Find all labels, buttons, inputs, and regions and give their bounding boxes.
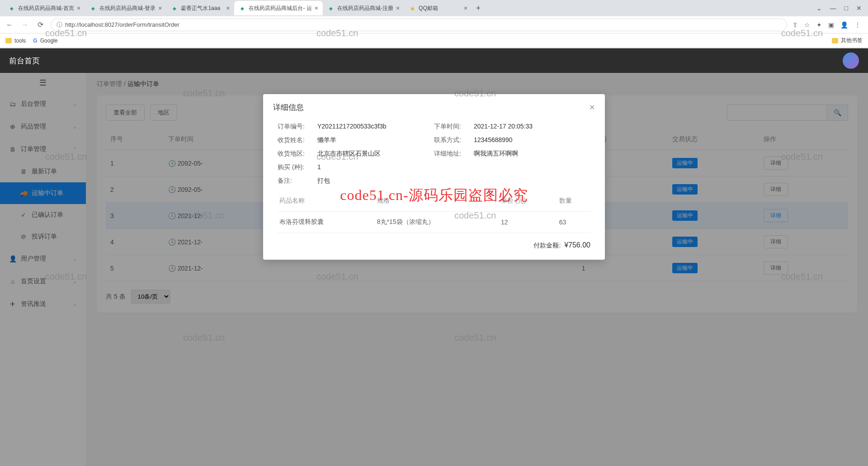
menu-icon[interactable]: ⋮ xyxy=(854,21,861,29)
browser-tab[interactable]: ◆在线药店药品商城-首页× xyxy=(4,1,85,15)
google-icon: G xyxy=(33,38,37,44)
folder-icon xyxy=(5,38,12,43)
info-icon: ⓘ xyxy=(57,21,62,29)
tab-strip: ◆在线药店药品商城-首页× ◆在线药店药品商城-登录× ◆藿香正气水1aaa× … xyxy=(0,0,868,16)
minimize-icon[interactable]: — xyxy=(830,5,836,12)
extensions-icon[interactable]: ✦ xyxy=(816,21,822,29)
close-icon[interactable]: × xyxy=(77,5,80,12)
close-icon[interactable]: × xyxy=(396,5,400,12)
detail-modal: 详细信息 ✕ 订单编号:Y20211217200533c3f3b 下单时间:20… xyxy=(263,94,605,260)
url-text: http://localhost:8027/orderForm/transitO… xyxy=(65,21,179,28)
remark: 打包 xyxy=(317,177,330,185)
new-tab-button[interactable]: + xyxy=(472,4,485,13)
page-title[interactable]: 前台首页 xyxy=(9,56,40,66)
total-label: 付款金额: xyxy=(533,242,561,249)
forward-button[interactable]: → xyxy=(20,21,30,29)
recipient-name: 懒羊羊 xyxy=(317,136,336,144)
close-icon[interactable]: ✕ xyxy=(589,103,595,112)
share-icon[interactable]: ⇪ xyxy=(793,21,798,29)
app-header: 前台首页 xyxy=(0,48,868,73)
star-icon[interactable]: ☆ xyxy=(804,21,810,29)
item-row: 布洛芬缓释胶囊8丸*15袋（浓缩丸）1263 xyxy=(278,212,590,233)
profile-icon[interactable]: 👤 xyxy=(840,21,848,29)
bookmark-other[interactable]: 其他书签 xyxy=(832,37,863,44)
maximize-icon[interactable]: □ xyxy=(844,5,848,12)
browser-tab[interactable]: ◆藿香正气水1aaa× xyxy=(166,1,234,15)
buy-count: 1 xyxy=(317,163,321,171)
dropdown-icon[interactable]: ⌄ xyxy=(816,5,822,12)
folder-icon xyxy=(832,38,838,43)
modal-title: 详细信息 xyxy=(273,102,304,113)
order-number: Y20211217200533c3f3b xyxy=(317,123,387,131)
browser-tab[interactable]: ◉QQ邮箱× xyxy=(404,1,472,15)
close-window-icon[interactable]: ✕ xyxy=(856,5,862,12)
back-button[interactable]: ← xyxy=(5,21,14,29)
detail-address: 啊我滴五环啊啊 xyxy=(474,150,518,158)
side-panel-icon[interactable]: ▣ xyxy=(828,21,834,29)
bookmark-google[interactable]: GGoogle xyxy=(33,38,57,44)
reload-button[interactable]: ⟳ xyxy=(35,20,45,29)
address-bar[interactable]: ⓘ http://localhost:8027/orderForm/transi… xyxy=(51,19,787,31)
bookmark-tools[interactable]: tools xyxy=(5,38,26,44)
browser-tab[interactable]: ◆在线药店药品商城-登录× xyxy=(85,1,166,15)
close-icon[interactable]: × xyxy=(158,5,162,12)
close-icon[interactable]: × xyxy=(315,5,318,12)
avatar[interactable] xyxy=(843,52,859,69)
browser-tab[interactable]: ◆在线药店药品商城-注册× xyxy=(323,1,404,15)
region: 北京市市辖区石景山区 xyxy=(317,150,381,158)
close-icon[interactable]: × xyxy=(226,5,230,12)
items-table: 药品名称 规格 单价 (元) 数量 布洛芬缓释胶囊8丸*15袋（浓缩丸）1263 xyxy=(278,190,590,233)
phone: 12345688990 xyxy=(474,136,513,144)
order-time: 2021-12-17 20:05:33 xyxy=(474,123,533,131)
total-amount: ¥756.00 xyxy=(564,241,590,249)
close-icon[interactable]: × xyxy=(464,5,467,12)
browser-tab-active[interactable]: ◆在线药店药品商城后台- 运× xyxy=(234,1,323,15)
